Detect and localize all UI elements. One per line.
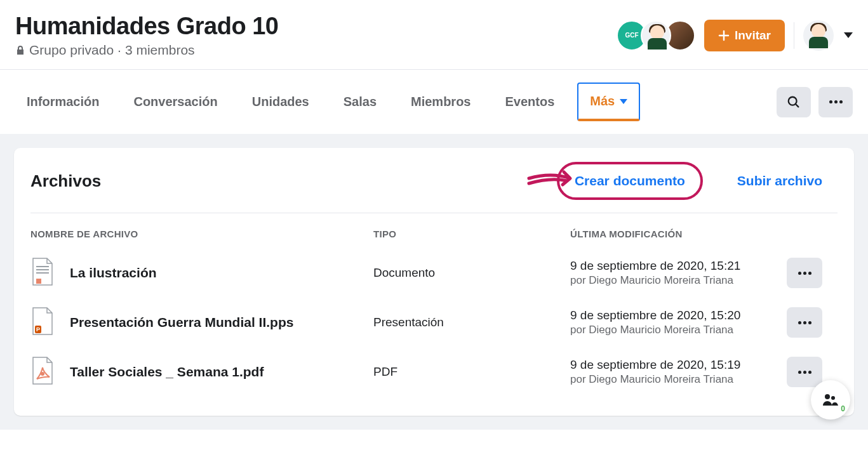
ellipsis-icon [798, 371, 811, 374]
annotation-arrow [526, 166, 589, 197]
svg-rect-1 [36, 266, 49, 267]
file-options-button[interactable] [787, 307, 822, 338]
user-avatar [803, 20, 834, 51]
file-name: La ilustración [70, 265, 157, 281]
invite-button[interactable]: Invitar [704, 20, 785, 51]
badge-count: 0 [841, 404, 845, 413]
file-type: Documento [373, 266, 570, 280]
svg-rect-3 [36, 272, 49, 274]
file-options-button[interactable] [787, 357, 822, 387]
file-type-icon: P [30, 307, 55, 338]
lock-icon [15, 45, 25, 55]
tab-eventos[interactable]: Eventos [493, 84, 566, 119]
file-author: por Diego Mauricio Moreira Triana [570, 274, 787, 287]
section-title: Archivos [30, 171, 101, 191]
column-type: TIPO [373, 228, 570, 239]
file-type-icon [30, 356, 55, 388]
file-name: Taller Sociales _ Semana 1.pdf [70, 364, 264, 380]
avatar [641, 20, 671, 51]
plus-icon [718, 30, 730, 41]
file-type: PDF [373, 365, 570, 379]
file-type-icon [30, 257, 55, 289]
ellipsis-icon [829, 100, 843, 103]
chevron-down-icon [620, 99, 627, 104]
file-modified-date: 9 de septiembre de 2020, 15:20 [570, 308, 787, 322]
chat-widget[interactable]: 0 [811, 380, 850, 420]
tab-miembros[interactable]: Miembros [399, 84, 482, 119]
file-row[interactable]: Taller Sociales _ Semana 1.pdfPDF9 de se… [30, 347, 838, 397]
svg-text:P: P [36, 326, 40, 333]
svg-point-8 [825, 394, 830, 399]
tab-salas[interactable]: Salas [332, 84, 388, 119]
svg-point-7 [41, 372, 44, 376]
upload-file-button[interactable]: Subir archivo [722, 164, 838, 197]
separator-dot: · [117, 43, 121, 58]
file-modified-date: 9 de septiembre de 2020, 15:21 [570, 259, 787, 273]
user-menu[interactable] [803, 20, 853, 51]
file-name: Presentación Guerra Mundial II.pps [70, 315, 293, 330]
ellipsis-icon [798, 321, 811, 324]
svg-rect-4 [36, 279, 41, 284]
search-button[interactable] [777, 87, 811, 117]
member-avatars[interactable]: GCF [617, 20, 695, 51]
file-options-button[interactable] [787, 258, 822, 288]
tab-mas-label: Más [590, 94, 615, 109]
column-modified: ÚLTIMA MODIFICACIÓN [570, 228, 787, 239]
people-icon [822, 393, 839, 407]
file-author: por Diego Mauricio Moreira Triana [570, 324, 787, 336]
members-count: 3 miembros [125, 43, 195, 58]
chevron-down-icon [844, 32, 853, 38]
file-modified-date: 9 de septiembre de 2020, 15:19 [570, 358, 787, 372]
search-icon [787, 95, 801, 109]
tab-mas[interactable]: Más [577, 83, 640, 121]
group-subtitle: Grupo privado · 3 miembros [15, 43, 278, 58]
tab-unidades[interactable]: Unidades [241, 84, 321, 119]
column-filename: NOMBRE DE ARCHIVO [30, 228, 373, 239]
file-author: por Diego Mauricio Moreira Triana [570, 373, 787, 386]
svg-point-9 [831, 396, 835, 400]
page-title: Humanidades Grado 10 [15, 13, 278, 40]
ellipsis-icon [798, 272, 811, 275]
file-row[interactable]: La ilustraciónDocumento9 de septiembre d… [30, 248, 838, 298]
invite-label: Invitar [735, 29, 771, 43]
tab-conversacion[interactable]: Conversación [122, 84, 229, 119]
tab-informacion[interactable]: Información [15, 84, 110, 119]
more-button[interactable] [818, 87, 853, 117]
svg-rect-2 [36, 269, 49, 270]
privacy-label: Grupo privado [29, 43, 114, 58]
separator [794, 22, 794, 49]
file-type: Presentación [373, 315, 570, 329]
file-row[interactable]: PPresentación Guerra Mundial II.ppsPrese… [30, 298, 838, 347]
